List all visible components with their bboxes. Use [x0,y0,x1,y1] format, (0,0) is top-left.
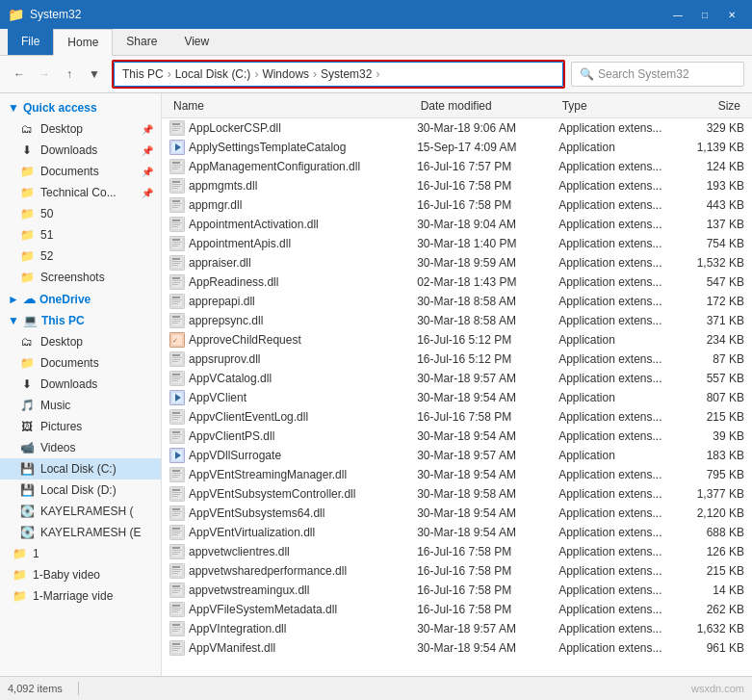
breadcrumb-c[interactable]: Local Disk (C:) [175,67,251,81]
table-row[interactable]: AppVCatalog.dll 30-Mar-18 9:57 AM Applic… [162,369,752,388]
sidebar-item-label: Documents [40,165,99,178]
sidebar-item-folder-marriage[interactable]: 📁 1-Marriage vide [0,585,161,607]
sidebar-item-locald[interactable]: 💾 Local Disk (D:) [0,480,161,501]
folder-icon: 📁 [19,164,35,179]
sidebar-onedrive-header[interactable]: ► ☁ OneDrive [0,288,161,310]
table-row[interactable]: AppVManifest.dll 30-Mar-18 9:54 AM Appli… [162,638,752,658]
table-row[interactable]: AppVClient 30-Mar-18 9:54 AM Application… [162,388,752,407]
table-row[interactable]: AppVEntStreamingManager.dll 30-Mar-18 9:… [162,465,752,484]
forward-button[interactable]: → [33,63,56,86]
back-button[interactable]: ← [8,63,31,86]
sidebar-item-documents2[interactable]: 📁 Documents [0,352,161,374]
file-size: 1,532 KB [674,256,744,270]
table-row[interactable]: appraiser.dll 30-Mar-18 9:59 AM Applicat… [162,253,752,272]
sidebar-item-folder-1[interactable]: 📁 1 [0,543,161,564]
folder-icon: 📁 [19,355,35,371]
file-date: 30-Mar-18 9:57 AM [417,622,558,635]
sidebar-item-51[interactable]: 📁 51 [0,224,161,246]
sidebar-item-downloads[interactable]: ⬇ Downloads 📌 [0,140,161,161]
sidebar-item-desktop2[interactable]: 🗂 Desktop [0,331,161,352]
table-row[interactable]: AppvClientPS.dll 30-Mar-18 9:54 AM Appli… [162,427,752,446]
breadcrumb-thispc[interactable]: This PC [122,67,164,81]
sidebar-thispc-header[interactable]: ▼ 💻 This PC [0,310,161,331]
up-button[interactable]: ↑ [58,63,81,86]
sidebar-item-localc[interactable]: 💾 Local Disk (C:) [0,458,161,480]
tab-share[interactable]: Share [113,29,170,55]
dll-icon [169,178,185,194]
folder-icon: 📁 [12,546,27,561]
table-row[interactable]: AppLockerCSP.dll 30-Mar-18 9:06 AM Appli… [162,118,752,138]
breadcrumb-system32[interactable]: System32 [321,67,372,81]
sidebar-item-music[interactable]: 🎵 Music [0,395,161,416]
sidebar-item-videos[interactable]: 📹 Videos [0,437,161,458]
sidebar-item-52[interactable]: 📁 52 [0,246,161,267]
table-row[interactable]: appvetwclientres.dll 16-Jul-16 7:58 PM A… [162,542,752,561]
col-header-size[interactable]: Size [673,99,744,113]
folder-icon: 📁 [12,567,27,583]
file-type: Application extens... [558,526,673,539]
svg-rect-89 [172,508,180,510]
table-row[interactable]: AppVEntSubsystemController.dll 30-Mar-18… [162,484,752,504]
sidebar-item-folder-baby[interactable]: 📁 1-Baby video [0,564,161,585]
svg-rect-36 [172,265,178,266]
table-row[interactable]: appsruprov.dll 16-Jul-16 5:12 PM Applica… [162,350,752,369]
table-row[interactable]: apprepapi.dll 30-Mar-18 8:58 AM Applicat… [162,292,752,311]
sidebar-item-screenshots[interactable]: 📁 Screenshots [0,267,161,288]
sidebar-item-documents[interactable]: 📁 Documents 📌 [0,161,161,182]
table-row[interactable]: AppointmentApis.dll 30-Mar-18 1:40 PM Ap… [162,234,752,253]
table-row[interactable]: AppVIntegration.dll 30-Mar-18 9:57 AM Ap… [162,619,752,638]
col-header-type[interactable]: Type [558,99,674,113]
sidebar-item-pictures[interactable]: 🖼 Pictures [0,416,161,437]
sidebar-item-kayel2[interactable]: 💽 KAYELRAMESH (E [0,522,161,543]
sidebar-item-desktop[interactable]: 🗂 Desktop 📌 [0,118,161,140]
table-row[interactable]: AppVEntVirtualization.dll 30-Mar-18 9:54… [162,523,752,542]
tab-home[interactable]: Home [53,29,113,56]
tab-file[interactable]: File [8,29,53,55]
recent-button[interactable]: ▼ [83,63,106,86]
tab-view[interactable]: View [170,29,222,55]
sidebar-item-kayel1[interactable]: 💽 KAYELRAMESH ( [0,501,161,522]
downloads-icon: ⬇ [19,143,35,158]
maximize-button[interactable]: □ [692,5,717,24]
table-row[interactable]: AppReadiness.dll 02-Mar-18 1:43 PM Appli… [162,272,752,292]
folder-icon: 📁 [19,270,35,285]
table-row[interactable]: AppVFileSystemMetadata.dll 16-Jul-16 7:5… [162,600,752,619]
sidebar-item-downloads2[interactable]: ⬇ Downloads [0,374,161,395]
table-row[interactable]: AppManagementConfiguration.dll 16-Jul-16… [162,157,752,176]
address-bar[interactable]: This PC › Local Disk (C:) › Windows › Sy… [114,62,563,87]
file-size: 87 KB [674,352,744,366]
table-row[interactable]: apprepsync.dll 30-Mar-18 8:58 AM Applica… [162,311,752,330]
file-date: 16-Jul-16 5:12 PM [417,352,558,366]
table-row[interactable]: ApplySettingsTemplateCatalog 15-Sep-17 4… [162,138,752,157]
sidebar-item-label: Local Disk (D:) [40,483,117,497]
sidebar-item-50[interactable]: 📁 50 [0,203,161,224]
table-row[interactable]: AppVDllSurrogate 30-Mar-18 9:57 AM Appli… [162,446,752,465]
file-date: 30-Mar-18 9:54 AM [417,641,558,655]
breadcrumb-windows[interactable]: Windows [262,67,309,81]
svg-rect-91 [172,513,180,514]
svg-rect-127 [172,650,178,651]
minimize-button[interactable]: — [665,5,690,24]
svg-rect-79 [172,470,180,472]
col-header-name[interactable]: Name [169,99,417,113]
col-header-date[interactable]: Date modified [417,99,558,113]
sidebar-quick-access-header[interactable]: ▼ Quick access [0,97,161,118]
close-button[interactable]: ✕ [719,5,744,24]
table-row[interactable]: appvetwsharedperformance.dll 16-Jul-16 7… [162,561,752,581]
table-row[interactable]: AppvClientEventLog.dll 16-Jul-16 7:58 PM… [162,407,752,427]
sidebar-item-technical[interactable]: 📁 Technical Co... 📌 [0,182,161,203]
table-row[interactable]: appmgr.dll 16-Jul-16 7:58 PM Application… [162,195,752,215]
svg-rect-116 [172,609,180,610]
table-row[interactable]: appvetwstreamingux.dll 16-Jul-16 7:58 PM… [162,581,752,600]
table-row[interactable]: appmgmts.dll 16-Jul-16 7:58 PM Applicati… [162,176,752,195]
table-row[interactable]: AppVEntSubsystems64.dll 30-Mar-18 9:54 A… [162,504,752,523]
table-row[interactable]: AppointmentActivation.dll 30-Mar-18 9:04… [162,215,752,234]
search-bar[interactable]: 🔍 Search System32 [571,62,744,87]
svg-rect-73 [172,434,182,435]
sidebar-item-label: 1 [33,547,39,560]
table-row[interactable]: ✓ ApproveChildRequest 16-Jul-16 5:12 PM … [162,330,752,350]
sidebar-item-label: Videos [40,441,75,454]
file-list[interactable]: AppLockerCSP.dll 30-Mar-18 9:06 AM Appli… [162,118,752,676]
file-date: 16-Jul-16 7:58 PM [417,583,558,597]
file-date: 16-Jul-16 5:12 PM [417,333,558,347]
